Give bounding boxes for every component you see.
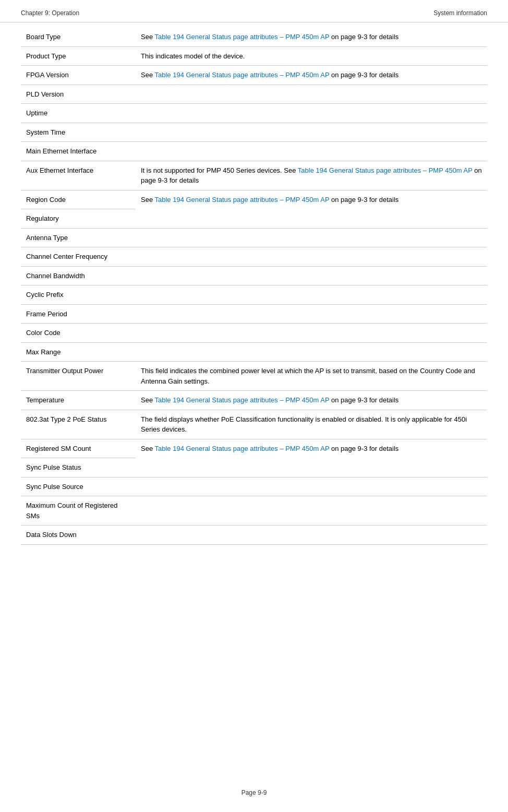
table-row: Data Slots Down — [21, 526, 487, 545]
row-description: See Table 194 General Status page attrib… — [136, 439, 487, 477]
row-label: Region Code — [21, 190, 136, 209]
table-row: Frame Period — [21, 304, 487, 324]
table-row: FPGA VersionSee Table 194 General Status… — [21, 66, 487, 85]
row-label: Color Code — [21, 324, 136, 343]
row-description — [136, 247, 487, 267]
row-label: Cyclic Prefix — [21, 285, 136, 305]
row-label: Sync Pulse Source — [21, 477, 136, 496]
table-row: Board TypeSee Table 194 General Status p… — [21, 28, 487, 46]
table-reference-link[interactable]: Table 194 General Status page attributes… — [155, 396, 330, 404]
row-description: It is not supported for PMP 450 Series d… — [136, 161, 487, 190]
page-ref: 9-3 — [358, 33, 368, 41]
page-ref: 9-3 — [358, 445, 368, 452]
row-label: Main Ethernet Interface — [21, 142, 136, 161]
row-label: Maximum Count of Registered SMs — [21, 496, 136, 526]
row-label: Uptime — [21, 104, 136, 123]
table-reference-link[interactable]: Table 194 General Status page attributes… — [155, 445, 330, 452]
attributes-table: Board TypeSee Table 194 General Status p… — [21, 28, 487, 545]
page-header: Chapter 9: Operation System information — [0, 0, 508, 22]
row-description: See Table 194 General Status page attrib… — [136, 66, 487, 85]
row-label: Max Range — [21, 342, 136, 362]
row-label: Frame Period — [21, 304, 136, 324]
main-content: Board TypeSee Table 194 General Status p… — [0, 22, 508, 566]
row-description: This indicates model of the device. — [136, 46, 487, 66]
table-reference-link[interactable]: Table 194 General Status page attributes… — [155, 33, 330, 41]
row-label: Channel Center Frequency — [21, 247, 136, 267]
table-reference-link[interactable]: Table 194 General Status page attributes… — [298, 166, 473, 174]
table-row: Sync Pulse Source — [21, 477, 487, 496]
row-description: See Table 194 General Status page attrib… — [136, 190, 487, 228]
row-description — [136, 142, 487, 161]
row-label: 802.3at Type 2 PoE Status — [21, 410, 136, 439]
page-number: Page 9-9 — [241, 789, 267, 796]
row-label: Regulatory — [21, 209, 136, 229]
table-reference-link[interactable]: Table 194 General Status page attributes… — [155, 71, 330, 79]
table-row: Product TypeThis indicates model of the … — [21, 46, 487, 66]
table-row: 802.3at Type 2 PoE StatusThe field displ… — [21, 410, 487, 439]
row-description: See Table 194 General Status page attrib… — [136, 28, 487, 46]
row-description — [136, 496, 487, 526]
row-description: The field displays whether PoE Classific… — [136, 410, 487, 439]
row-label: FPGA Version — [21, 66, 136, 85]
row-description — [136, 477, 487, 496]
row-label: Product Type — [21, 46, 136, 66]
row-label: Registered SM Count — [21, 439, 136, 458]
table-row: PLD Version — [21, 85, 487, 104]
page-ref: 9-3 — [358, 396, 368, 404]
row-label: System Time — [21, 123, 136, 142]
page-ref: 9-3 — [158, 176, 168, 184]
table-row: Channel Center Frequency — [21, 247, 487, 267]
row-label: Sync Pulse Status — [21, 458, 136, 477]
row-description — [136, 285, 487, 305]
table-row: Channel Bandwidth — [21, 266, 487, 285]
table-row: Color Code — [21, 324, 487, 343]
table-row: Transmitter Output PowerThis field indic… — [21, 362, 487, 391]
section-label: System information — [433, 9, 487, 17]
row-description: See Table 194 General Status page attrib… — [136, 391, 487, 410]
row-description — [136, 526, 487, 545]
row-label: Data Slots Down — [21, 526, 136, 545]
row-label: Aux Ethernet Interface — [21, 161, 136, 190]
table-row: Antenna Type — [21, 228, 487, 247]
page-ref: 9-3 — [358, 196, 368, 204]
row-label: Antenna Type — [21, 228, 136, 247]
table-row: Max Range — [21, 342, 487, 362]
chapter-label: Chapter 9: Operation — [21, 9, 79, 17]
row-description — [136, 85, 487, 104]
row-description — [136, 304, 487, 324]
row-label: Temperature — [21, 391, 136, 410]
page-ref: 9-3 — [358, 71, 368, 79]
table-row: Uptime — [21, 104, 487, 123]
row-label: Channel Bandwidth — [21, 266, 136, 285]
table-row: Main Ethernet Interface — [21, 142, 487, 161]
row-description — [136, 266, 487, 285]
row-description: This field indicates the combined power … — [136, 362, 487, 391]
table-row: Aux Ethernet InterfaceIt is not supporte… — [21, 161, 487, 190]
row-description — [136, 123, 487, 142]
table-reference-link[interactable]: Table 194 General Status page attributes… — [155, 196, 330, 204]
row-label: PLD Version — [21, 85, 136, 104]
table-row: TemperatureSee Table 194 General Status … — [21, 391, 487, 410]
row-description — [136, 324, 487, 343]
row-label: Board Type — [21, 28, 136, 46]
row-description — [136, 228, 487, 247]
table-row: Cyclic Prefix — [21, 285, 487, 305]
table-row: System Time — [21, 123, 487, 142]
row-description — [136, 342, 487, 362]
table-row: Region CodeSee Table 194 General Status … — [21, 190, 487, 209]
page-footer: Page 9-9 — [0, 789, 508, 796]
row-description — [136, 104, 487, 123]
table-row: Maximum Count of Registered SMs — [21, 496, 487, 526]
table-row: Registered SM CountSee Table 194 General… — [21, 439, 487, 458]
row-label: Transmitter Output Power — [21, 362, 136, 391]
